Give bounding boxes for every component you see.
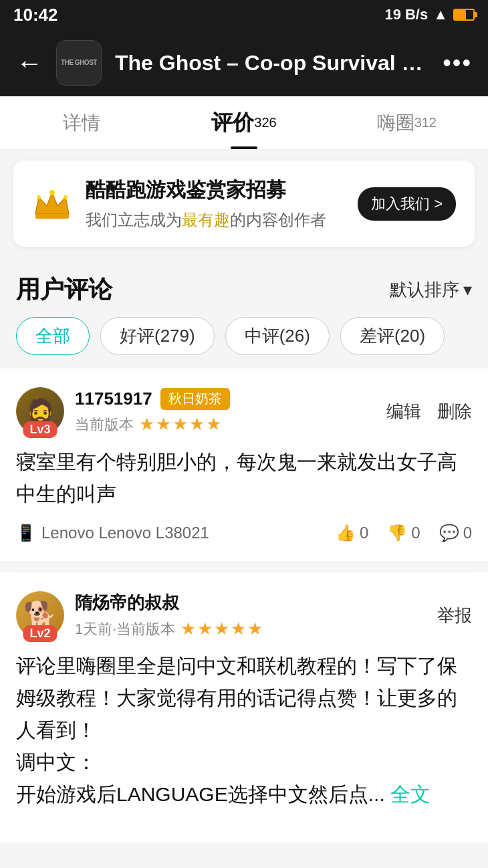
chip-all[interactable]: 全部 xyxy=(16,317,90,355)
avatar-wrapper: 🧔 Lv3 xyxy=(16,387,64,435)
svg-rect-1 xyxy=(35,214,69,219)
review-card: 🧔 Lv3 11751917 秋日奶茶 当前版本 ★★★★★ 编辑 删除 寝室里… xyxy=(0,368,488,561)
avatar-wrapper-2: 🐕 Lv2 xyxy=(16,591,64,639)
chevron-down-icon: ▾ xyxy=(463,280,472,300)
review-meta: 当前版本 ★★★★★ xyxy=(75,414,376,435)
app-icon: THE GHOST xyxy=(56,40,102,86)
review-content-2: 评论里嗨圈里全是问中文和联机教程的！写下了保姆级教程！大家觉得有用的话记得点赞！… xyxy=(16,650,472,810)
review-content: 寝室里有个特别胆小的，每次鬼一来就发出女子高中生的叫声 xyxy=(16,446,472,510)
username-2: 隋炀帝的叔叔 xyxy=(75,591,179,615)
thumbup-icon: 👍 xyxy=(336,524,356,542)
full-text-link[interactable]: 全文 xyxy=(390,783,431,805)
level-badge-2: Lv2 xyxy=(23,625,57,642)
username-row-2: 隋炀帝的叔叔 xyxy=(75,591,426,615)
stars-2: ★★★★★ xyxy=(180,619,264,639)
like-count: 0 xyxy=(360,524,368,542)
recruitment-banner: 酷酷跑游戏鉴赏家招募 我们立志成为最有趣的内容创作者 加入我们 > xyxy=(13,160,475,247)
svg-point-2 xyxy=(49,190,55,195)
reviews-title: 用户评论 xyxy=(16,274,112,306)
delete-button[interactable]: 删除 xyxy=(437,400,472,423)
review-top-2: 🐕 Lv2 隋炀帝的叔叔 1天前·当前版本 ★★★★★ 举报 xyxy=(16,591,472,639)
chip-negative[interactable]: 差评(20) xyxy=(340,317,445,355)
device-info: 📱 Lenovo Lenovo L38021 xyxy=(16,524,209,542)
tab-detail[interactable]: 详情 xyxy=(0,96,162,149)
crown-icon xyxy=(32,187,72,221)
review-meta-2: 1天前·当前版本 ★★★★★ xyxy=(75,619,426,639)
username: 11751917 xyxy=(75,389,152,409)
status-time: 10:42 xyxy=(13,5,58,25)
svg-point-3 xyxy=(37,195,41,199)
review-actions: 编辑 删除 xyxy=(386,400,472,423)
review-footer: 📱 Lenovo Lenovo L38021 👍 0 👎 0 💬 0 xyxy=(16,524,472,542)
stars: ★★★★★ xyxy=(139,414,223,435)
more-button[interactable]: ••• xyxy=(443,49,472,77)
thumbdown-icon: 👎 xyxy=(387,524,407,542)
join-button[interactable]: 加入我们 > xyxy=(358,187,456,221)
edit-button[interactable]: 编辑 xyxy=(386,400,421,423)
battery-icon xyxy=(453,9,475,21)
tab-review[interactable]: 评价326 xyxy=(162,96,325,149)
level-badge: Lv3 xyxy=(23,421,57,438)
like-button[interactable]: 👍 0 xyxy=(336,524,368,542)
vote-actions: 👍 0 👎 0 💬 0 xyxy=(336,524,472,542)
tab-bar: 详情 评价326 嗨圈312 xyxy=(0,96,488,150)
dislike-count: 0 xyxy=(411,524,420,542)
sort-button[interactable]: 默认排序 ▾ xyxy=(390,278,472,302)
reviews-header: 用户评论 默认排序 ▾ xyxy=(0,257,488,317)
app-icon-text: THE GHOST xyxy=(61,59,97,67)
svg-point-4 xyxy=(64,195,68,199)
comment-button[interactable]: 💬 0 xyxy=(439,524,472,542)
review-top: 🧔 Lv3 11751917 秋日奶茶 当前版本 ★★★★★ 编辑 删除 xyxy=(16,387,472,435)
back-button[interactable]: ← xyxy=(16,49,43,76)
review-card-2: 🐕 Lv2 隋炀帝的叔叔 1天前·当前版本 ★★★★★ 举报 评论里嗨圈里全是问… xyxy=(0,572,488,843)
phone-icon: 📱 xyxy=(16,524,36,542)
chip-neutral[interactable]: 中评(26) xyxy=(225,317,330,355)
banner-text: 酷酷跑游戏鉴赏家招募 我们立志成为最有趣的内容创作者 xyxy=(86,177,344,231)
review-actions-2: 举报 xyxy=(437,604,472,627)
tab-social[interactable]: 嗨圈312 xyxy=(326,96,488,149)
svg-marker-0 xyxy=(35,193,69,214)
status-bar: 10:42 19 B/s ▲ xyxy=(0,0,488,29)
network-speed: 19 B/s xyxy=(384,6,428,23)
dislike-button[interactable]: 👎 0 xyxy=(387,524,420,542)
wifi-icon: ▲ xyxy=(433,6,448,23)
banner-subtitle: 我们立志成为最有趣的内容创作者 xyxy=(86,209,344,231)
review-user-info-2: 隋炀帝的叔叔 1天前·当前版本 ★★★★★ xyxy=(75,591,426,639)
chip-positive[interactable]: 好评(279) xyxy=(100,317,215,355)
review-user-info: 11751917 秋日奶茶 当前版本 ★★★★★ xyxy=(75,388,376,435)
username-row: 11751917 秋日奶茶 xyxy=(75,388,376,410)
comment-icon: 💬 xyxy=(439,524,459,542)
header-title: The Ghost – Co-op Survival Ho... xyxy=(115,51,429,76)
user-tag: 秋日奶茶 xyxy=(160,388,230,410)
filter-chips: 全部 好评(279) 中评(26) 差评(20) xyxy=(0,317,488,368)
report-button[interactable]: 举报 xyxy=(437,604,472,627)
comment-count: 0 xyxy=(463,524,472,542)
header: ← THE GHOST The Ghost – Co-op Survival H… xyxy=(0,29,488,96)
status-right: 19 B/s ▲ xyxy=(384,6,475,23)
banner-title: 酷酷跑游戏鉴赏家招募 xyxy=(86,177,344,204)
